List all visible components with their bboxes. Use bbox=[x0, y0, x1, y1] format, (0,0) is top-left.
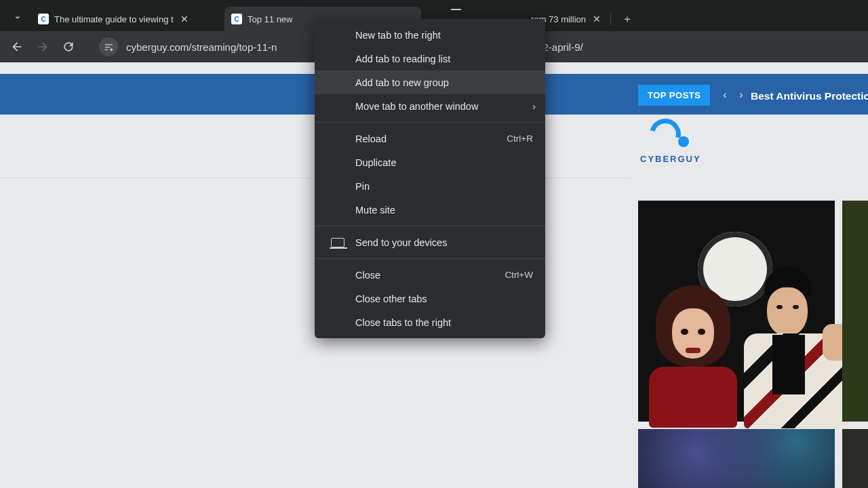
tab-title: Top 11 new bbox=[248, 14, 293, 24]
video-thumbnail-side[interactable] bbox=[842, 201, 868, 422]
ctx-separator bbox=[315, 122, 545, 123]
ctx-separator bbox=[315, 226, 545, 226]
ctx-label: Reload bbox=[355, 134, 387, 144]
ctx-label: Close bbox=[355, 270, 380, 281]
logo-icon bbox=[647, 121, 694, 151]
banner-headline[interactable]: Best Antivirus Protection bbox=[751, 90, 868, 102]
favicon: C bbox=[231, 14, 242, 24]
banner-pager: ‹ › bbox=[719, 89, 747, 101]
top-posts-badge[interactable]: TOP POSTS bbox=[638, 85, 710, 106]
ctx-label: Add tab to reading list bbox=[355, 54, 450, 64]
forward-button[interactable] bbox=[31, 35, 54, 58]
ctx-label: Close other tabs bbox=[355, 293, 427, 304]
ctx-close-right[interactable]: Close tabs to the right bbox=[315, 310, 545, 334]
ctx-shortcut: Ctrl+R bbox=[507, 134, 533, 144]
ctx-label: Move tab to another window bbox=[355, 101, 478, 112]
video-thumbnail-main[interactable] bbox=[638, 201, 835, 422]
ctx-close-other[interactable]: Close other tabs bbox=[315, 287, 545, 310]
ctx-new-tab-right[interactable]: New tab to the right bbox=[315, 23, 545, 47]
prev-post-button[interactable]: ‹ bbox=[719, 89, 731, 101]
ctx-move-window[interactable]: Move tab to another window› bbox=[315, 94, 545, 118]
tab-title: The ultimate guide to viewing t bbox=[54, 14, 174, 24]
ctx-mute-site[interactable]: Mute site bbox=[315, 198, 545, 222]
laptop-icon bbox=[331, 238, 344, 247]
ctx-label: Add tab to new group bbox=[355, 77, 449, 88]
site-info-button[interactable] bbox=[99, 37, 118, 56]
ctx-reload[interactable]: ReloadCtrl+R bbox=[315, 127, 545, 150]
back-button[interactable] bbox=[5, 35, 28, 58]
site-logo[interactable]: CYBERGUY bbox=[640, 121, 701, 164]
favicon: C bbox=[38, 14, 49, 24]
ctx-send-devices[interactable]: Send to your devices bbox=[315, 230, 545, 254]
ctx-separator bbox=[315, 258, 545, 259]
logo-text: CYBERGUY bbox=[640, 154, 701, 164]
ctx-label: New tab to the right bbox=[355, 30, 441, 41]
ctx-add-new-group[interactable]: Add tab to new group bbox=[315, 70, 545, 94]
search-tabs-button[interactable] bbox=[4, 7, 31, 28]
new-tab-button[interactable]: ＋ bbox=[618, 9, 637, 28]
tab-separator bbox=[610, 13, 611, 25]
ctx-add-reading-list[interactable]: Add tab to reading list bbox=[315, 47, 545, 70]
ctx-shortcut: Ctrl+W bbox=[505, 270, 533, 280]
next-post-button[interactable]: › bbox=[735, 89, 747, 101]
chevron-down-icon bbox=[12, 12, 24, 24]
close-tab-button[interactable]: ✕ bbox=[591, 14, 602, 24]
close-tab-button[interactable]: ✕ bbox=[179, 14, 190, 24]
ctx-label: Pin bbox=[355, 181, 370, 192]
arrow-right-icon bbox=[36, 40, 50, 54]
ctx-duplicate[interactable]: Duplicate bbox=[315, 150, 545, 174]
ctx-close[interactable]: CloseCtrl+W bbox=[315, 263, 545, 287]
tab-context-menu: New tab to the right Add tab to reading … bbox=[315, 19, 545, 338]
ctx-label: Duplicate bbox=[355, 157, 396, 168]
ctx-pin[interactable]: Pin bbox=[315, 174, 545, 198]
reload-button[interactable] bbox=[57, 35, 80, 58]
url-text-left: cyberguy.com/streaming/top-11-n bbox=[126, 41, 277, 53]
tab-guide[interactable]: C The ultimate guide to viewing t ✕ bbox=[31, 7, 224, 31]
reload-icon bbox=[62, 40, 75, 54]
ctx-label: Mute site bbox=[355, 205, 395, 216]
ctx-label: Send to your devices bbox=[355, 237, 447, 248]
tune-icon bbox=[104, 42, 114, 52]
window-minimize-icon[interactable] bbox=[451, 9, 461, 10]
video-thumbnail-below[interactable]: Top 11 new bbox=[638, 429, 835, 488]
video-thumbnail-side2[interactable] bbox=[842, 429, 868, 488]
chevron-right-icon: › bbox=[532, 101, 536, 112]
ctx-label: Close tabs to the right bbox=[355, 317, 451, 328]
arrow-left-icon bbox=[10, 40, 24, 54]
